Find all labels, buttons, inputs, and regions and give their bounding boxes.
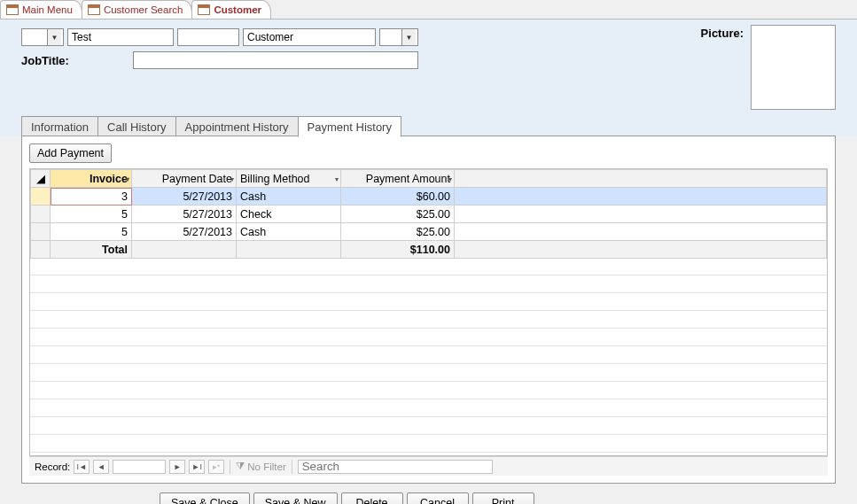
chevron-down-icon[interactable]: ▼ [401,29,416,45]
add-payment-button[interactable]: Add Payment [29,143,112,163]
cell-method[interactable]: Cash [237,223,341,241]
filter-label: No Filter [247,461,285,472]
nav-tab-customer[interactable]: Customer [191,0,271,19]
col-billing-method[interactable]: Billing Method ▾ [237,170,341,188]
table-row[interactable]: 3 5/27/2013 Cash $60.00 [31,188,827,205]
col-invoice[interactable]: Invoice ▾ [51,170,132,188]
record-search-input[interactable] [298,460,493,474]
first-name-field[interactable] [67,28,174,46]
picture-box[interactable] [751,25,836,110]
nav-tab-label: Main Menu [22,4,73,15]
nav-new-button[interactable]: ▸* [208,460,224,474]
cell-invoice[interactable]: 5 [51,205,132,223]
object-tabs: Main Menu Customer Search Customer [0,0,857,19]
customer-header-form: ▼ ▼ JobTitle: Picture: [0,19,857,115]
nav-last-button[interactable]: ►I [189,460,205,474]
col-spacer [455,170,827,188]
record-number-input[interactable] [113,460,166,474]
table-total-row: Total $110.00 [31,241,827,259]
form-footer-buttons: Save & Close Save & New Delete Cancel Pr… [0,489,857,504]
suffix-input[interactable] [380,29,401,45]
delete-button[interactable]: Delete [341,492,403,504]
tab-information[interactable]: Information [21,116,98,136]
col-invoice-label: Invoice [90,173,128,185]
nav-tab-label: Customer [214,4,261,15]
save-new-button[interactable]: Save & New [253,492,338,504]
chevron-down-icon[interactable]: ▾ [126,174,129,182]
table-row[interactable]: 5 5/27/2013 Check $25.00 [31,205,827,223]
row-selector[interactable] [31,205,51,223]
middle-name-field[interactable] [177,28,239,46]
detail-tabs: Information Call History Appointment His… [21,115,836,136]
col-amount-label: Payment Amount [366,173,450,185]
cell-amount[interactable]: $25.00 [341,223,455,241]
title-prefix-combo[interactable]: ▼ [21,28,64,46]
nav-tab-customer-search[interactable]: Customer Search [82,0,192,19]
nav-next-button[interactable]: ► [169,460,185,474]
payment-history-panel: Add Payment ◢ Invoice ▾ Pa [21,136,836,484]
col-payment-date[interactable]: Payment Date ▾ [132,170,237,188]
payments-grid[interactable]: ◢ Invoice ▾ Payment Date ▾ Billing Metho… [29,168,828,456]
nav-tab-main-menu[interactable]: Main Menu [0,0,82,19]
nav-prev-button[interactable]: ◄ [93,460,109,474]
cell-invoice[interactable]: 5 [51,223,132,241]
total-amount: $110.00 [341,241,455,259]
cell-invoice[interactable]: 3 [51,188,132,205]
picture-label: Picture: [701,25,744,40]
row-selector[interactable] [31,223,51,241]
cancel-button[interactable]: Cancel [407,492,469,504]
tab-appointment-history[interactable]: Appointment History [175,116,299,136]
col-date-label: Payment Date [162,173,232,185]
total-label: Total [51,241,132,259]
col-method-label: Billing Method [240,173,310,185]
last-name-field[interactable] [243,28,376,46]
cell-date[interactable]: 5/27/2013 [132,223,237,241]
record-label: Record: [35,461,70,472]
title-prefix-input[interactable] [22,29,47,45]
cell-amount[interactable]: $25.00 [341,205,455,223]
row-selector[interactable] [31,188,51,205]
chevron-down-icon[interactable]: ▼ [47,29,61,45]
funnel-icon: ⧩ [236,461,245,472]
cell-date[interactable]: 5/27/2013 [132,205,237,223]
cell-amount[interactable]: $60.00 [341,188,455,205]
chevron-down-icon[interactable]: ▾ [230,174,234,182]
form-icon [88,4,100,15]
chevron-down-icon[interactable]: ▾ [448,174,452,182]
col-payment-amount[interactable]: Payment Amount ▾ [341,170,455,188]
suffix-combo[interactable]: ▼ [379,28,418,46]
record-navigator: Record: I◄ ◄ ► ►I ▸* ⧩ No Filter [29,456,828,476]
jobtitle-label: JobTitle: [21,54,128,67]
tab-call-history[interactable]: Call History [97,116,175,136]
form-icon [6,4,19,15]
filter-indicator[interactable]: ⧩ No Filter [236,461,285,472]
chevron-down-icon[interactable]: ▾ [335,174,339,182]
nav-tab-label: Customer Search [104,4,183,15]
cell-method[interactable]: Check [237,205,341,223]
form-icon [198,4,210,15]
cell-date[interactable]: 5/27/2013 [132,188,237,205]
jobtitle-field[interactable] [133,51,418,69]
table-row[interactable]: 5 5/27/2013 Cash $25.00 [31,223,827,241]
tab-payment-history[interactable]: Payment History [298,116,401,137]
save-close-button[interactable]: Save & Close [160,492,250,504]
row-selector-header[interactable]: ◢ [31,170,51,188]
nav-first-button[interactable]: I◄ [74,460,90,474]
print-button[interactable]: Print [472,492,534,504]
cell-method[interactable]: Cash [237,188,341,205]
